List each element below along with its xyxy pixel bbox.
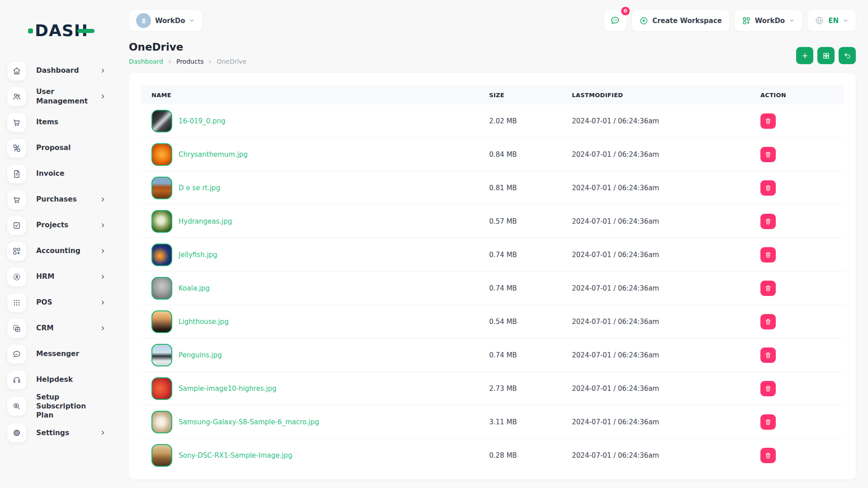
- column-name: NAME: [151, 92, 489, 99]
- file-modified: 2024-07-01 / 06:24:36am: [572, 150, 760, 159]
- file-thumbnail[interactable]: [151, 110, 172, 132]
- breadcrumb-current: OneDrive: [217, 58, 246, 65]
- logo-dash-bar: [77, 29, 94, 33]
- trash-icon: [764, 184, 772, 192]
- page-title: OneDrive: [129, 41, 246, 53]
- delete-button[interactable]: [760, 314, 776, 329]
- file-link[interactable]: Chrysanthemum.jpg: [179, 150, 248, 159]
- sidebar-item-user-management[interactable]: User Management: [7, 84, 118, 109]
- table-row: Penguins.jpg0.74 MB2024-07-01 / 06:24:36…: [141, 338, 844, 372]
- delete-button[interactable]: [760, 147, 776, 162]
- delete-button[interactable]: [760, 414, 776, 430]
- file-size: 0.84 MB: [489, 150, 572, 159]
- file-link[interactable]: 16-019_0.png: [179, 117, 226, 125]
- create-workspace-button[interactable]: Create Workspace: [632, 10, 729, 31]
- file-modified: 2024-07-01 / 06:24:36am: [572, 451, 760, 460]
- hrm-icon: [7, 267, 26, 286]
- delete-button[interactable]: [760, 180, 776, 196]
- app-menu-button[interactable]: WorkDo: [735, 10, 802, 31]
- breadcrumb-products[interactable]: Products: [176, 58, 203, 65]
- sidebar: DASH DashboardUser ManagementItemsPropos…: [0, 0, 118, 488]
- sidebar-item-accounting[interactable]: Accounting: [7, 238, 118, 264]
- trash-icon: [764, 452, 772, 459]
- invoice-icon: [7, 164, 26, 183]
- file-link[interactable]: Sample-image10-highres.jpg: [179, 385, 276, 393]
- building-icon: [140, 17, 148, 25]
- delete-button[interactable]: [760, 448, 776, 463]
- gear-icon: [7, 423, 26, 442]
- sidebar-item-crm[interactable]: CRM: [7, 315, 118, 341]
- file-link[interactable]: Lighthouse.jpg: [179, 318, 229, 326]
- back-button[interactable]: [839, 47, 856, 64]
- file-modified: 2024-07-01 / 06:24:36am: [572, 117, 760, 125]
- language-selector[interactable]: EN: [807, 10, 856, 31]
- file-link[interactable]: Sony-DSC-RX1-Sample-Image.jpg: [179, 451, 292, 460]
- sidebar-item-messenger[interactable]: Messenger: [7, 341, 118, 367]
- file-thumbnail[interactable]: [151, 310, 172, 333]
- table-row: Koala.jpg0.74 MB2024-07-01 / 06:24:36am: [141, 272, 844, 305]
- messenger-button[interactable]: 0: [604, 10, 627, 31]
- delete-button[interactable]: [760, 247, 776, 263]
- sidebar-item-helpdesk[interactable]: Helpdesk: [7, 367, 118, 393]
- file-size: 0.28 MB: [489, 451, 572, 460]
- chevron-right-icon: [100, 248, 106, 254]
- sidebar-item-proposal[interactable]: Proposal: [7, 135, 118, 161]
- file-size: 0.54 MB: [489, 318, 572, 326]
- workspace-avatar: [136, 13, 151, 28]
- file-link[interactable]: D e se rt.jpg: [179, 184, 220, 192]
- trash-icon: [764, 318, 772, 325]
- file-link[interactable]: Jellyfish.jpg: [179, 251, 217, 259]
- sidebar-item-hrm[interactable]: HRM: [7, 264, 118, 290]
- check-square-icon: [7, 216, 26, 235]
- file-size: 2.02 MB: [489, 117, 572, 125]
- delete-button[interactable]: [760, 113, 776, 129]
- file-link[interactable]: Penguins.jpg: [179, 351, 222, 359]
- sidebar-item-projects[interactable]: Projects: [7, 212, 118, 238]
- cart-icon: [7, 113, 26, 132]
- sidebar-item-label: Invoice: [36, 169, 97, 178]
- file-thumbnail[interactable]: [151, 444, 172, 467]
- sidebar-item-label: Projects: [36, 221, 97, 230]
- chevron-right-icon: [100, 197, 106, 202]
- delete-button[interactable]: [760, 214, 776, 229]
- file-modified: 2024-07-01 / 06:24:36am: [572, 385, 760, 393]
- search-dollar-icon: [7, 397, 26, 416]
- delete-button[interactable]: [760, 347, 776, 363]
- table-row: Lighthouse.jpg0.54 MB2024-07-01 / 06:24:…: [141, 305, 844, 338]
- table-row: Sony-DSC-RX1-Sample-Image.jpg0.28 MB2024…: [141, 439, 844, 472]
- chevron-down-icon: [843, 18, 849, 23]
- file-thumbnail[interactable]: [151, 143, 172, 166]
- breadcrumb-dashboard[interactable]: Dashboard: [129, 58, 163, 65]
- chat-icon: [7, 345, 26, 364]
- topbar: WorkDo 0 Create Workspace WorkDo: [129, 10, 856, 31]
- delete-button[interactable]: [760, 281, 776, 296]
- sidebar-item-items[interactable]: Items: [7, 109, 118, 135]
- sidebar-item-dashboard[interactable]: Dashboard: [7, 58, 118, 84]
- sidebar-item-pos[interactable]: POS: [7, 290, 118, 315]
- sidebar-item-invoice[interactable]: Invoice: [7, 161, 118, 187]
- add-file-button[interactable]: [796, 47, 813, 64]
- file-size: 2.73 MB: [489, 385, 572, 393]
- workspace-switcher[interactable]: WorkDo: [129, 10, 202, 31]
- delete-button[interactable]: [760, 381, 776, 396]
- file-thumbnail[interactable]: [151, 377, 172, 400]
- sidebar-item-purchases[interactable]: Purchases: [7, 187, 118, 212]
- trash-icon: [764, 218, 772, 225]
- grid-view-button[interactable]: [817, 47, 835, 64]
- sidebar-item-settings[interactable]: Settings: [7, 420, 118, 446]
- trash-icon: [764, 352, 772, 359]
- file-link[interactable]: Koala.jpg: [179, 284, 210, 292]
- file-thumbnail[interactable]: [151, 277, 172, 300]
- file-thumbnail[interactable]: [151, 210, 172, 233]
- file-thumbnail[interactable]: [151, 411, 172, 433]
- file-modified: 2024-07-01 / 06:24:36am: [572, 184, 760, 192]
- files-card: NAME SIZE LASTMODIFIED ACTION 16-019_0.p…: [129, 73, 856, 479]
- file-link[interactable]: Hydrangeas.jpg: [179, 217, 232, 225]
- file-link[interactable]: Samsung-Galaxy-S8-Sample-6_macro.jpg: [179, 418, 319, 426]
- file-thumbnail[interactable]: [151, 177, 172, 199]
- overlap-squares-icon: [7, 319, 26, 338]
- file-thumbnail[interactable]: [151, 344, 172, 366]
- sidebar-item-setup-subscription-plan[interactable]: Setup Subscription Plan: [7, 393, 118, 420]
- file-thumbnail[interactable]: [151, 244, 172, 266]
- message-count-badge: 0: [621, 7, 630, 15]
